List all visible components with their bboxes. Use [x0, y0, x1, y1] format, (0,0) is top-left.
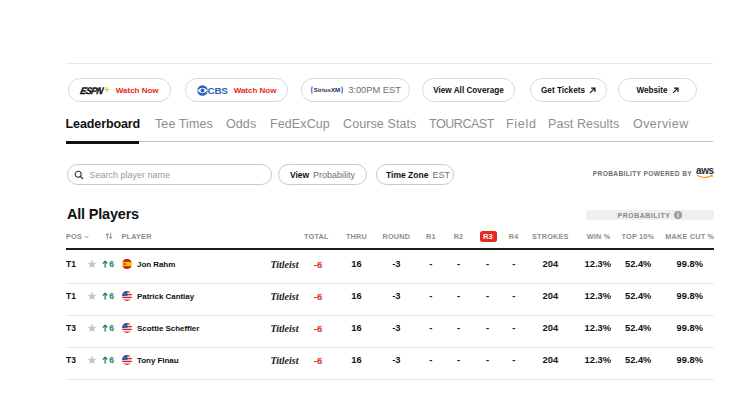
svg-text:SiriusXM: SiriusXM — [314, 86, 340, 93]
svg-text:aws: aws — [696, 165, 715, 176]
